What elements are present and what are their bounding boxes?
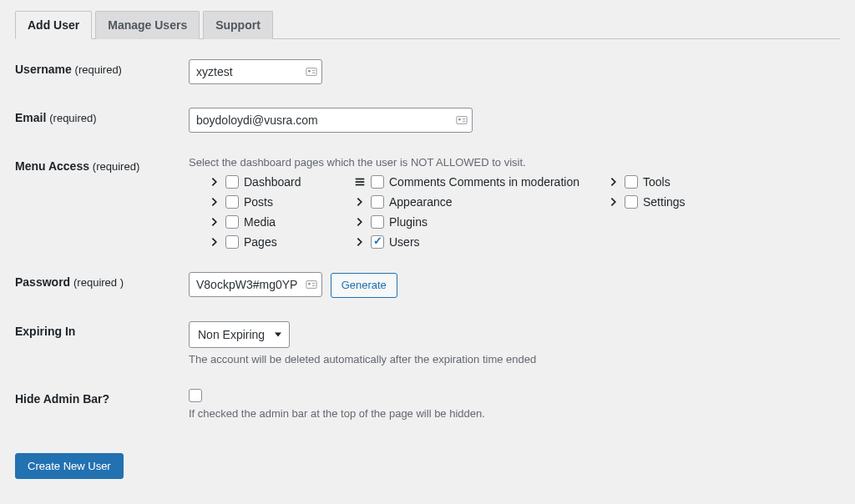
svg-rect-13: [312, 283, 316, 284]
menu-item-label: Dashboard: [244, 175, 301, 189]
menu-access-label: Menu Access (required): [15, 156, 189, 173]
checkbox-media[interactable]: [225, 215, 239, 229]
svg-point-5: [458, 118, 461, 121]
contact-card-icon: [456, 114, 468, 126]
password-label: Password (required ): [15, 272, 189, 289]
expiring-select[interactable]: Non Expiring: [189, 321, 290, 348]
svg-rect-7: [463, 121, 466, 122]
checkbox-posts[interactable]: [225, 195, 239, 209]
menu-access-hint: Select the dashboard pages which the use…: [189, 156, 840, 169]
chevron-right-icon[interactable]: [209, 236, 220, 248]
username-input[interactable]: [189, 59, 322, 84]
menu-item-label: Tools: [643, 175, 670, 189]
expiring-label: Expiring In: [15, 321, 189, 338]
menu-item-label: Users: [389, 235, 420, 249]
tab-support[interactable]: Support: [203, 11, 273, 39]
menu-item-label: Plugins: [389, 215, 428, 229]
checkbox-users[interactable]: [371, 235, 384, 249]
hamburger-icon[interactable]: [354, 176, 366, 188]
chevron-right-icon[interactable]: [608, 176, 620, 188]
checkbox-settings[interactable]: [625, 195, 638, 209]
checkbox-tools[interactable]: [625, 175, 638, 189]
chevron-right-icon[interactable]: [354, 236, 366, 248]
checkbox-pages[interactable]: [225, 235, 239, 249]
menu-item-label: Appearance: [389, 195, 453, 209]
svg-point-1: [308, 70, 311, 73]
checkbox-appearance[interactable]: [371, 195, 384, 209]
hide-admin-label: Hide Admin Bar?: [15, 389, 189, 406]
expiring-hint: The account will be deleted automaticall…: [189, 353, 840, 365]
svg-rect-8: [356, 179, 365, 180]
email-label: Email (required): [15, 108, 189, 124]
svg-rect-4: [457, 117, 467, 124]
checkbox-plugins[interactable]: [371, 215, 384, 229]
contact-card-icon: [306, 279, 317, 290]
svg-rect-14: [312, 285, 316, 286]
chevron-right-icon[interactable]: [608, 196, 620, 208]
chevron-right-icon[interactable]: [354, 216, 366, 228]
menu-item-label: Posts: [244, 195, 273, 209]
svg-rect-9: [356, 181, 365, 183]
svg-rect-0: [306, 68, 316, 76]
svg-rect-10: [356, 184, 365, 186]
email-input[interactable]: [189, 108, 473, 133]
tabs: Add User Manage Users Support: [15, 10, 840, 39]
checkbox-dashboard[interactable]: [225, 175, 239, 189]
menu-item-label: Comments Comments in moderation: [389, 175, 579, 189]
chevron-right-icon[interactable]: [209, 176, 220, 188]
chevron-right-icon[interactable]: [209, 216, 220, 228]
checkbox-comments[interactable]: [371, 175, 384, 189]
menu-item-label: Media: [244, 215, 276, 229]
generate-button[interactable]: Generate: [331, 273, 397, 298]
hide-admin-checkbox[interactable]: [189, 389, 202, 402]
chevron-right-icon[interactable]: [209, 196, 220, 208]
chevron-right-icon[interactable]: [354, 196, 366, 208]
create-user-button[interactable]: Create New User: [15, 453, 124, 479]
hide-admin-hint: If checked the admin bar at the top of t…: [189, 407, 840, 420]
contact-card-icon: [306, 66, 317, 78]
tab-add-user[interactable]: Add User: [15, 11, 92, 39]
menu-item-label: Settings: [643, 195, 686, 209]
svg-rect-3: [312, 73, 316, 73]
svg-rect-2: [312, 70, 316, 71]
svg-point-12: [308, 283, 311, 285]
svg-rect-6: [463, 118, 466, 119]
menu-item-label: Pages: [244, 235, 277, 249]
username-label: Username (required): [15, 59, 189, 76]
password-input[interactable]: [189, 272, 322, 297]
svg-rect-11: [306, 281, 316, 289]
tab-manage-users[interactable]: Manage Users: [95, 11, 200, 39]
